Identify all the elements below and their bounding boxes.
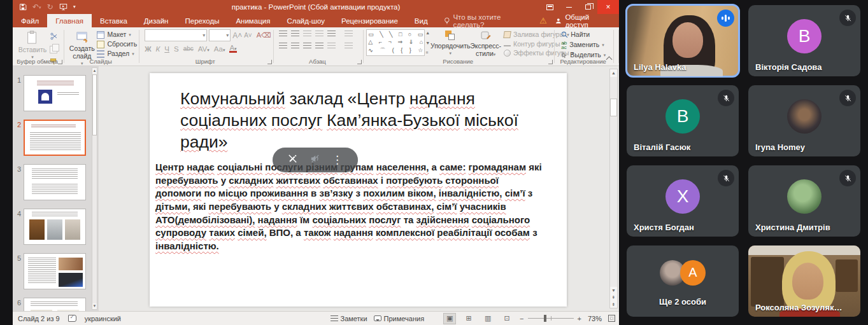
annotate-off-icon[interactable] [287, 153, 298, 167]
next-slide-icon[interactable]: ⇟ [610, 301, 617, 308]
tab-Вставка[interactable]: Вставка [92, 14, 136, 27]
align-left-icon[interactable] [279, 43, 287, 50]
participant-tile-2[interactable]: BВікторія Садова [748, 5, 860, 76]
zoom-in-icon[interactable]: + [578, 315, 581, 322]
normal-view-button[interactable]: ▣ [443, 313, 456, 324]
drawing-dialog-launcher[interactable] [548, 60, 553, 64]
zoom-out-icon[interactable]: − [520, 315, 523, 322]
comments-button[interactable]: Примечания [374, 315, 425, 322]
slide-title-textbox[interactable]: Комунальний заклад «Центр надання соціал… [180, 88, 529, 153]
paragraph-dialog-launcher[interactable] [357, 60, 362, 64]
zoom-knob[interactable] [544, 315, 546, 322]
tab-Анимация[interactable]: Анимация [227, 14, 278, 27]
strikethrough-button[interactable]: abc [183, 45, 194, 52]
tab-Переходы[interactable]: Переходы [176, 14, 227, 27]
tab-Вид[interactable]: Вид [406, 14, 436, 27]
scrollbar-thumb[interactable] [610, 99, 617, 116]
underline-button[interactable]: Ч [164, 45, 169, 53]
layout-button[interactable]: Макет▾ [97, 31, 137, 39]
participant-tile-3[interactable]: BВіталій Гасюк [627, 85, 739, 156]
undo-icon[interactable]: ↶▾ [32, 3, 41, 11]
share-button[interactable]: Общий доступ [555, 13, 613, 29]
close-button[interactable]: × [597, 0, 619, 14]
notes-button[interactable]: Заметки [331, 315, 367, 322]
slide-indicator[interactable]: Слайд 2 из 9 [18, 315, 60, 322]
slideshow-view-button[interactable]: ⊡ [501, 313, 513, 324]
increase-font-icon[interactable]: A˄ [232, 31, 242, 40]
zoom-level[interactable]: 73% [588, 315, 602, 322]
increase-indent-icon[interactable] [315, 31, 324, 38]
previous-slide-icon[interactable]: ⇞ [610, 294, 617, 301]
clipboard-dialog-launcher[interactable] [58, 60, 62, 64]
slide-thumbnail-5[interactable] [24, 253, 86, 289]
restore-button[interactable] [578, 0, 597, 14]
fit-slide-icon[interactable] [608, 315, 615, 322]
slide-body-textbox[interactable]: Центр надає соціальні послуги різним гру… [155, 161, 545, 253]
slide-thumbnail-4[interactable] [24, 209, 86, 245]
replace-button[interactable]: abac Заменить▾ [561, 41, 606, 50]
font-dialog-launcher[interactable] [267, 60, 272, 64]
save-icon[interactable] [19, 3, 27, 11]
slide-thumbnail-1[interactable] [24, 75, 86, 111]
bold-button[interactable]: Ж [145, 45, 151, 53]
scrollbar-thumb[interactable] [92, 74, 97, 135]
quick-styles-button[interactable]: Экспресс-стили▾ [470, 29, 501, 57]
participant-tile-6[interactable]: Христина Дмитрів [748, 165, 860, 237]
decrease-indent-icon[interactable] [303, 31, 311, 38]
scroll-down-icon[interactable]: ▼ [610, 287, 617, 294]
align-right-icon[interactable] [303, 43, 311, 50]
find-button[interactable]: Найти [561, 31, 606, 39]
tell-me-box[interactable]: Что вы хотите сделать? [436, 14, 539, 27]
align-center-icon[interactable] [291, 43, 299, 50]
convert-smartart-icon[interactable] [345, 43, 353, 50]
zoom-slider[interactable]: − + [520, 315, 581, 322]
warning-icon[interactable]: ⚠ [539, 17, 547, 25]
scroll-up-icon[interactable]: ▲ [610, 69, 617, 77]
participant-tile-5[interactable]: XХристя Богдан [627, 165, 739, 237]
justify-icon[interactable] [315, 43, 324, 50]
tab-Дизайн[interactable]: Дизайн [136, 14, 177, 27]
tab-Рецензирование[interactable]: Рецензирование [333, 14, 406, 27]
font-color-button[interactable]: A▾ [229, 45, 236, 53]
cut-icon[interactable] [50, 31, 58, 43]
columns-icon[interactable] [327, 43, 336, 50]
paste-button[interactable]: Вставить▾ [15, 29, 50, 60]
ribbon-display-options-button[interactable] [540, 0, 559, 14]
tab-file[interactable]: Файл [13, 14, 47, 27]
tab-Главная[interactable]: Главная [47, 14, 92, 27]
slide-thumbnail-2[interactable] [24, 120, 86, 156]
line-spacing-icon[interactable] [327, 31, 336, 38]
reset-button[interactable]: Сбросить [97, 41, 137, 48]
slide-sorter-view-button[interactable]: ⊞ [462, 313, 475, 324]
slide-scrollbar[interactable]: ▲ ▼ ⇞ ⇟ [609, 69, 618, 308]
italic-button[interactable]: К [156, 45, 160, 53]
decrease-font-icon[interactable]: A˅ [244, 32, 252, 39]
font-size-combo[interactable]: ▾ [209, 29, 231, 41]
participant-tile-8[interactable]: Роксоляна Зозуляк… [748, 245, 860, 317]
thumbnail-scrollbar[interactable]: ▲ ▼ [92, 67, 97, 310]
minimize-button[interactable] [559, 0, 578, 14]
participant-tile-4[interactable]: Iryna Homey [748, 85, 860, 156]
font-name-combo[interactable]: ▾ [145, 29, 207, 41]
participant-tile-1[interactable]: Lilya Halavka [627, 5, 739, 76]
language-indicator[interactable]: украинский [85, 315, 121, 322]
shapes-gallery[interactable]: ▭╲╲□○▭ △⌐¬⇒⇓⌂ ∿⌒({}☆ [366, 29, 425, 56]
clear-formatting-icon[interactable]: A⌫ [257, 31, 271, 39]
copy-icon[interactable] [50, 46, 57, 53]
tab-Слайд-шоу[interactable]: Слайд-шоу [278, 14, 333, 27]
slide-canvas[interactable]: Комунальний заклад «Центр надання соціал… [99, 66, 619, 311]
reading-view-button[interactable]: ▥ [481, 313, 494, 324]
numbering-icon[interactable] [291, 31, 299, 38]
char-spacing-button[interactable]: AV▾ [198, 45, 210, 53]
customize-qat-caret[interactable]: ▾ [73, 4, 76, 10]
current-slide[interactable]: Комунальний заклад «Центр надання соціал… [150, 73, 567, 307]
text-direction-icon[interactable] [345, 31, 353, 38]
shapes-gallery-scroll[interactable]: ▲▼≡ [425, 29, 430, 56]
start-slideshow-icon[interactable] [59, 3, 68, 11]
participant-tile-7[interactable]: AЩе 2 особи [627, 245, 739, 317]
spellcheck-icon[interactable] [68, 315, 76, 322]
scroll-down-icon[interactable]: ▼ [92, 303, 97, 309]
bullets-icon[interactable] [279, 31, 287, 38]
arrange-button[interactable]: Упорядочить▾ [430, 29, 470, 56]
slide-thumbnail-3[interactable] [24, 164, 86, 200]
